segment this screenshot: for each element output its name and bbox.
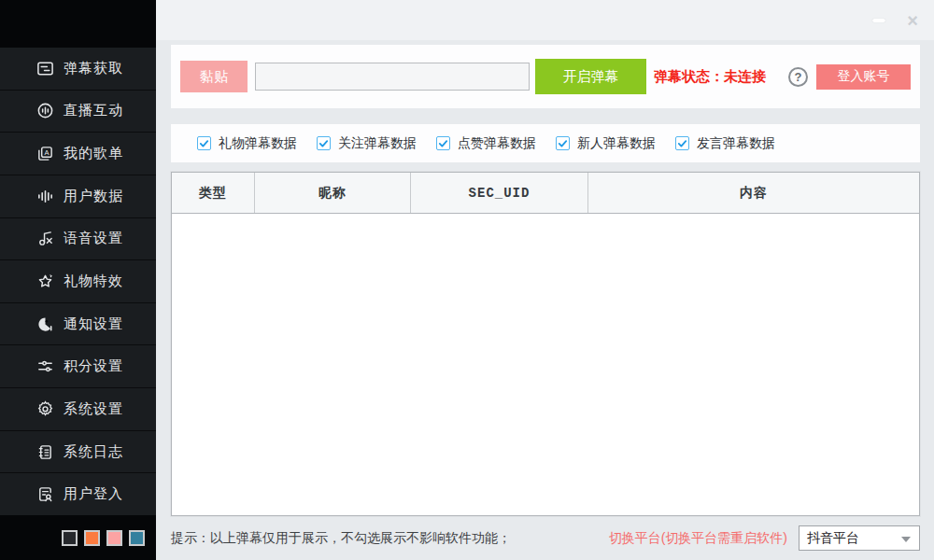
theme-swatch-teal[interactable]	[129, 530, 145, 546]
footer-bar: 提示：以上弹幕仅用于展示，不勾选展示不影响软件功能； 切换平台(切换平台需重启软…	[171, 516, 920, 560]
sidebar-item-label: 用户登入	[64, 485, 123, 503]
close-button[interactable]: ×	[902, 10, 923, 31]
table-header-nickname: 昵称	[255, 173, 411, 213]
user-login-icon	[35, 485, 54, 504]
hint-text: 提示：以上弹幕仅用于展示，不勾选展示不影响软件功能；	[171, 530, 511, 547]
filter-like-danmaku[interactable]: 点赞弹幕数据	[436, 135, 536, 152]
gift-effects-icon	[35, 273, 54, 291]
app-window: 弹幕获取 直播互动 A 我的歌单 用户数据	[0, 0, 934, 560]
switch-platform-note: 切换平台(切换平台需重启软件)	[609, 530, 787, 547]
minimize-button[interactable]	[869, 10, 889, 31]
notification-settings-icon	[35, 315, 54, 333]
sidebar-item-label: 礼物特效	[64, 273, 123, 290]
table-header-sec-uid: SEC_UID	[411, 173, 588, 213]
filter-label: 礼物弹幕数据	[219, 135, 297, 152]
sidebar-item-user-login[interactable]: 用户登入	[0, 472, 156, 515]
danmaku-table: 类型 昵称 SEC_UID 内容	[171, 172, 920, 516]
sidebar-top-spacer	[0, 0, 156, 48]
table-header-type: 类型	[172, 173, 255, 213]
filter-label: 发言弹幕数据	[697, 135, 775, 152]
user-data-icon	[35, 187, 54, 205]
sidebar-item-live-interaction[interactable]: 直播互动	[0, 90, 156, 133]
filter-chat-danmaku[interactable]: 发言弹幕数据	[675, 135, 775, 152]
sidebar-item-my-playlist[interactable]: A 我的歌单	[0, 132, 156, 175]
filter-follow-danmaku[interactable]: 关注弹幕数据	[317, 135, 417, 152]
room-url-input[interactable]	[255, 63, 530, 91]
sidebar-item-label: 系统设置	[64, 400, 123, 418]
system-log-icon	[35, 442, 54, 461]
theme-swatch-orange[interactable]	[84, 530, 100, 546]
sidebar-nav: 弹幕获取 直播互动 A 我的歌单 用户数据	[0, 48, 156, 515]
titlebar: ×	[156, 0, 934, 40]
sidebar-item-label: 通知设置	[64, 315, 123, 333]
svg-text:A: A	[44, 148, 50, 157]
help-icon[interactable]: ?	[788, 67, 808, 87]
sidebar-item-user-data[interactable]: 用户数据	[0, 175, 156, 217]
theme-swatch-dark[interactable]	[62, 530, 78, 546]
voice-settings-icon	[35, 230, 54, 248]
filter-label: 新人弹幕数据	[577, 135, 656, 152]
main-area: × 黏贴 开启弹幕 弹幕状态：未连接 ? 登入账号 礼物弹幕数据 关	[156, 0, 934, 560]
close-icon: ×	[907, 11, 918, 30]
toolbar-panel: 黏贴 开启弹幕 弹幕状态：未连接 ? 登入账号	[171, 45, 920, 108]
sidebar-item-label: 语音设置	[64, 230, 123, 247]
table-header-row: 类型 昵称 SEC_UID 内容	[172, 173, 919, 214]
sidebar-item-gift-effects[interactable]: 礼物特效	[0, 259, 156, 302]
filters-panel: 礼物弹幕数据 关注弹幕数据 点赞弹幕数据 新人弹幕数据 发言弹幕数据	[171, 124, 920, 162]
live-interaction-icon	[35, 102, 54, 120]
start-danmaku-button[interactable]: 开启弹幕	[535, 59, 646, 94]
sidebar-item-label: 弹幕获取	[64, 60, 123, 77]
theme-swatch-bar	[0, 515, 156, 560]
checkbox-checked-icon	[317, 136, 331, 150]
sidebar-item-label: 积分设置	[64, 357, 123, 375]
sidebar-item-voice-settings[interactable]: 语音设置	[0, 217, 156, 260]
sidebar-item-points-settings[interactable]: 积分设置	[0, 344, 156, 387]
table-header-content: 内容	[588, 173, 919, 213]
platform-select-value: 抖音平台	[807, 530, 859, 547]
sidebar-item-system-settings[interactable]: 系统设置	[0, 387, 156, 430]
filter-label: 点赞弹幕数据	[458, 135, 536, 152]
checkbox-checked-icon	[436, 136, 450, 150]
sidebar-item-label: 用户数据	[64, 188, 123, 205]
sidebar: 弹幕获取 直播互动 A 我的歌单 用户数据	[0, 0, 156, 560]
danmaku-capture-icon	[35, 59, 54, 77]
sidebar-item-danmaku-capture[interactable]: 弹幕获取	[0, 48, 156, 90]
checkbox-checked-icon	[556, 136, 570, 150]
sidebar-item-label: 直播互动	[64, 102, 123, 119]
checkbox-checked-icon	[675, 136, 689, 150]
checkbox-checked-icon	[197, 136, 211, 150]
my-playlist-icon: A	[35, 145, 54, 163]
filter-label: 关注弹幕数据	[338, 135, 417, 152]
sidebar-item-system-log[interactable]: 系统日志	[0, 430, 156, 473]
table-body-empty	[172, 214, 919, 515]
points-settings-icon	[35, 357, 54, 376]
filter-newcomer-danmaku[interactable]: 新人弹幕数据	[556, 135, 656, 152]
sidebar-item-notification-settings[interactable]: 通知设置	[0, 302, 156, 345]
login-account-button[interactable]: 登入账号	[816, 64, 911, 90]
theme-swatch-pink[interactable]	[106, 530, 122, 546]
system-settings-icon	[35, 399, 54, 418]
content: 黏贴 开启弹幕 弹幕状态：未连接 ? 登入账号 礼物弹幕数据 关注弹幕数据	[156, 40, 934, 560]
sidebar-item-label: 系统日志	[64, 443, 123, 461]
danmaku-status-text: 弹幕状态：未连接	[654, 68, 766, 86]
sidebar-item-label: 我的歌单	[64, 145, 123, 162]
chevron-down-icon	[901, 537, 911, 542]
minimize-icon	[872, 19, 885, 22]
platform-select[interactable]: 抖音平台	[799, 525, 920, 551]
paste-button[interactable]: 黏贴	[180, 61, 248, 92]
filter-gift-danmaku[interactable]: 礼物弹幕数据	[197, 135, 297, 152]
